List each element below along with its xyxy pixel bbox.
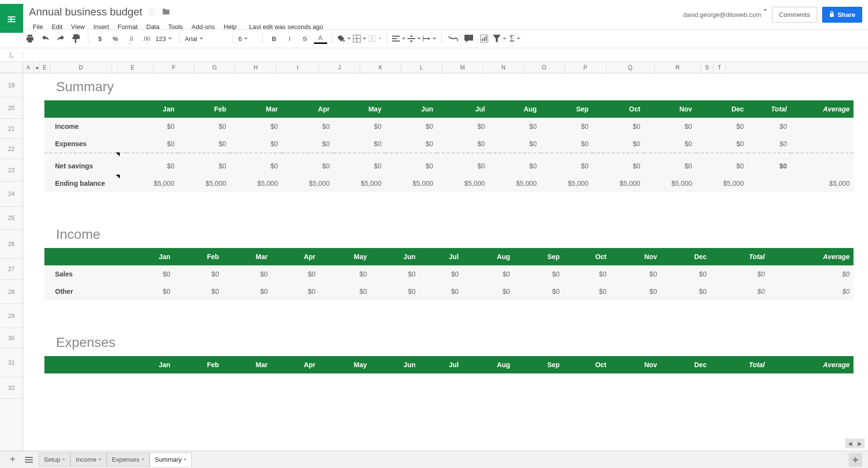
column-header[interactable]: D	[50, 62, 112, 73]
average-cell[interactable]	[791, 118, 854, 135]
sheet-tab-summary[interactable]: Summary	[150, 453, 192, 467]
column-header[interactable]: H	[235, 62, 277, 73]
cell-value[interactable]: $5,000	[126, 175, 178, 192]
cell-value[interactable]: $0	[334, 157, 385, 175]
borders-icon[interactable]	[353, 32, 366, 45]
cell-value[interactable]: $0	[489, 118, 541, 135]
sheet-tab-income[interactable]: Income	[70, 453, 107, 467]
menu-edit[interactable]: Edit	[48, 21, 66, 32]
cell-value[interactable]: $0	[462, 283, 514, 300]
cell-value[interactable]: $0	[541, 135, 592, 153]
decrease-decimal-button[interactable]: .0←	[124, 32, 138, 45]
menu-data[interactable]: Data	[142, 21, 163, 32]
menu-file[interactable]: File	[29, 21, 47, 32]
cell-value[interactable]: $0	[282, 157, 334, 175]
row-header[interactable]: 31	[0, 348, 23, 377]
cell-value[interactable]: $5,000	[644, 175, 696, 192]
cell-value[interactable]: $0	[272, 283, 320, 300]
folder-icon[interactable]	[162, 6, 170, 18]
row-header[interactable]: 29	[0, 304, 23, 328]
sheet-tab-expenses[interactable]: Expenses	[107, 453, 150, 467]
cell-value[interactable]: $5,000	[385, 175, 437, 192]
total-cell[interactable]: $0	[711, 283, 769, 300]
menu-help[interactable]: Help	[220, 21, 240, 32]
row-header[interactable]: 24	[0, 181, 23, 206]
cell-value[interactable]: $0	[230, 118, 281, 135]
note-indicator-icon[interactable]	[116, 175, 120, 179]
total-cell[interactable]: $0	[748, 157, 791, 175]
cell-value[interactable]: $0	[610, 283, 661, 300]
average-cell[interactable]	[791, 157, 854, 175]
text-wrap-icon[interactable]	[423, 32, 436, 45]
cell-value[interactable]: $0	[126, 118, 178, 135]
average-cell[interactable]: $5,000	[791, 175, 854, 192]
cell-value[interactable]: $0	[334, 118, 385, 135]
cell-value[interactable]: $0	[223, 283, 272, 300]
fill-color-icon[interactable]	[337, 32, 351, 45]
menu-insert[interactable]: Insert	[89, 21, 113, 32]
cell-value[interactable]: $0	[230, 157, 281, 175]
number-format-select[interactable]: 123	[155, 35, 174, 43]
cell-value[interactable]: $0	[319, 265, 371, 283]
cell-value[interactable]: $5,000	[282, 175, 334, 192]
cell-value[interactable]: $0	[592, 118, 644, 135]
column-header[interactable]: K	[360, 62, 401, 73]
text-color-button[interactable]: A	[314, 33, 327, 44]
average-cell[interactable]: $0	[769, 283, 854, 300]
column-header[interactable]: O	[524, 62, 565, 73]
row-header[interactable]: 20	[0, 97, 23, 119]
cell-value[interactable]: $0	[319, 283, 371, 300]
functions-icon[interactable]: Σ	[508, 32, 522, 45]
cell-value[interactable]: $0	[371, 265, 420, 283]
undo-icon[interactable]	[39, 32, 52, 45]
column-header[interactable]: R	[655, 62, 701, 73]
cell-value[interactable]: $5,000	[178, 175, 230, 192]
add-sheet-button[interactable]: +	[6, 453, 19, 467]
menu-view[interactable]: View	[67, 21, 88, 32]
redo-icon[interactable]	[54, 32, 68, 45]
cell-value[interactable]: $0	[178, 135, 230, 153]
all-sheets-icon[interactable]	[22, 453, 36, 467]
row-header[interactable]: 28	[0, 280, 23, 304]
cell-value[interactable]: $0	[514, 283, 564, 300]
cell-value[interactable]: $0	[592, 157, 644, 175]
explore-icon[interactable]	[849, 453, 862, 467]
cell-value[interactable]: $0	[462, 265, 514, 283]
row-header[interactable]: 23	[0, 159, 23, 181]
cell-value[interactable]: $0	[420, 265, 462, 283]
cell-value[interactable]: $0	[178, 157, 230, 175]
average-cell[interactable]: $0	[769, 265, 854, 283]
cell-value[interactable]: $0	[126, 265, 174, 283]
font-select[interactable]: Arial	[184, 35, 228, 43]
star-icon[interactable]: ☆	[147, 6, 157, 18]
paint-format-icon[interactable]	[70, 32, 83, 45]
insert-link-icon[interactable]	[447, 32, 460, 45]
cell-value[interactable]: $0	[385, 157, 437, 175]
column-header[interactable]: ◂	[34, 62, 40, 73]
cell-value[interactable]: $0	[592, 135, 644, 153]
cell-value[interactable]: $0	[514, 265, 564, 283]
cell-value[interactable]: $0	[437, 157, 489, 175]
cell-value[interactable]: $0	[437, 118, 489, 135]
total-cell[interactable]: $0	[748, 135, 791, 153]
cell-value[interactable]: $0	[126, 283, 174, 300]
cell-value[interactable]: $0	[272, 265, 320, 283]
cell-value[interactable]: $5,000	[592, 175, 644, 192]
cell-value[interactable]: $0	[230, 135, 281, 153]
cell-value[interactable]: $0	[696, 135, 748, 153]
cell-value[interactable]: $0	[385, 135, 437, 153]
cell-value[interactable]: $5,000	[437, 175, 489, 192]
cell-value[interactable]: $0	[223, 265, 272, 283]
insert-comment-icon[interactable]	[462, 32, 476, 45]
row-header[interactable]: 25	[0, 206, 23, 230]
cell-value[interactable]: $5,000	[334, 175, 385, 192]
total-cell[interactable]: $0	[748, 118, 791, 135]
percent-button[interactable]: %	[109, 32, 122, 45]
row-header[interactable]: 27	[0, 259, 23, 280]
user-email[interactable]: david.george@ditoweb.com	[683, 11, 767, 18]
vertical-align-icon[interactable]	[407, 32, 421, 45]
column-header[interactable]: E	[40, 62, 50, 73]
column-header[interactable]: N	[483, 62, 524, 73]
column-header[interactable]: P	[565, 62, 606, 73]
horizontal-align-icon[interactable]	[392, 32, 406, 45]
